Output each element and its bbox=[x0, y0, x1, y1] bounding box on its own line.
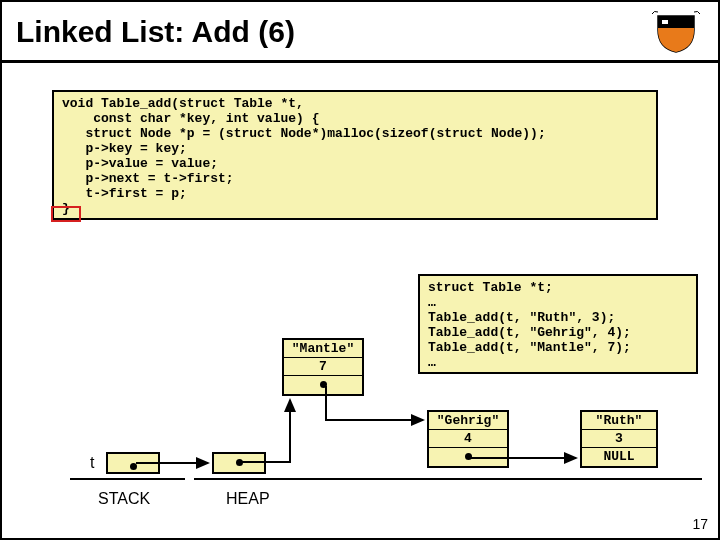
pointer-cell bbox=[214, 454, 264, 472]
pointer-dot-icon bbox=[320, 381, 327, 388]
divider bbox=[70, 478, 185, 480]
pointer-dot-icon bbox=[130, 463, 137, 470]
node-next: NULL bbox=[582, 448, 656, 466]
node-next bbox=[284, 376, 362, 394]
node-mantle: "Mantle" 7 bbox=[282, 338, 364, 396]
divider bbox=[194, 478, 702, 480]
node-value: 3 bbox=[582, 430, 656, 448]
stack-label: STACK bbox=[98, 490, 150, 508]
stack-var-t bbox=[106, 452, 160, 474]
node-gehrig: "Gehrig" 4 bbox=[427, 410, 509, 468]
table-first-box bbox=[212, 452, 266, 474]
pointer-dot-icon bbox=[465, 453, 472, 460]
highlight-box bbox=[51, 206, 81, 222]
svg-rect-0 bbox=[662, 20, 668, 24]
page-title: Linked List: Add (6) bbox=[16, 15, 295, 49]
node-value: 7 bbox=[284, 358, 362, 376]
node-key: "Mantle" bbox=[284, 340, 362, 358]
t-label: t bbox=[90, 454, 94, 472]
code-block-usage: struct Table *t; … Table_add(t, "Ruth", … bbox=[418, 274, 698, 374]
node-value: 4 bbox=[429, 430, 507, 448]
node-key: "Ruth" bbox=[582, 412, 656, 430]
slide: Linked List: Add (6) void Table_add(stru… bbox=[0, 0, 720, 540]
node-ruth: "Ruth" 3 NULL bbox=[580, 410, 658, 468]
code-block-function: void Table_add(struct Table *t, const ch… bbox=[52, 90, 658, 220]
heap-label: HEAP bbox=[226, 490, 270, 508]
node-next bbox=[429, 448, 507, 466]
page-number: 17 bbox=[692, 516, 708, 532]
princeton-crest-icon bbox=[648, 10, 704, 54]
title-bar: Linked List: Add (6) bbox=[2, 2, 718, 63]
node-key: "Gehrig" bbox=[429, 412, 507, 430]
pointer-dot-icon bbox=[236, 459, 243, 466]
